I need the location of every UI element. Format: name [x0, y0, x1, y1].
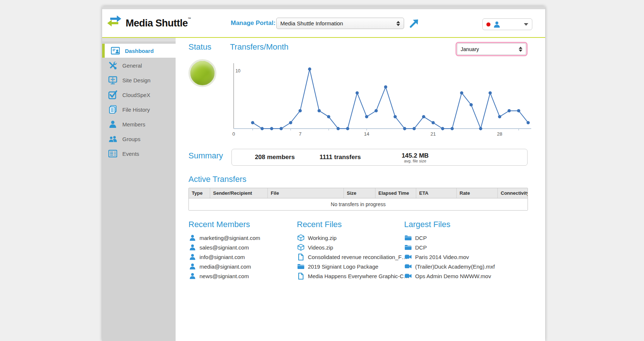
file-name: Paris 2014 Video.mov [415, 254, 469, 260]
sidebar-item-events[interactable]: Events [102, 147, 176, 161]
transfers-chart-title: Transfers/Month [230, 42, 288, 52]
recent-members-title: Recent Members [188, 220, 293, 229]
column-header-connectivity: Connectivity [498, 188, 528, 198]
file-list-item[interactable]: Consolidated revenue reconciliation_F… [297, 252, 402, 262]
member-list-item[interactable]: media@signiant.com [188, 262, 293, 271]
user-menu[interactable] [482, 18, 532, 30]
person-icon [108, 120, 117, 129]
member-person-icon [188, 234, 196, 241]
active-transfers-title: Active Transfers [188, 175, 247, 184]
sidebar-item-groups[interactable]: Groups [102, 132, 176, 146]
checkbox-check-icon [108, 90, 117, 99]
tools-icon [108, 61, 117, 70]
svg-text:14: 14 [364, 131, 369, 136]
member-person-icon [188, 253, 196, 261]
file-name: DCP [415, 244, 427, 251]
transfers-line-chart: 0714212810 [231, 60, 533, 136]
column-header-elapsed-time: Elapsed Time [375, 188, 416, 198]
sidebar-item-label: CloudSpeX [122, 92, 150, 98]
app-window: Media Shuttle™ Manage Portal: Media Shut… [102, 6, 545, 341]
sidebar-item-site-design[interactable]: Site Design [102, 73, 176, 87]
sidebar-item-label: File History [122, 107, 150, 113]
sidebar-item-label: General [122, 62, 142, 69]
main-content: Status Transfers/Month January 071421281… [176, 38, 545, 341]
file-list-item[interactable]: Paris 2014 Video.mov [404, 252, 514, 262]
sidebar-item-label: Members [122, 121, 145, 128]
sidebar-item-label: Site Design [122, 77, 151, 83]
media-shuttle-logo: Media Shuttle™ [107, 15, 191, 29]
file-list-item[interactable]: Media Happens Everywhere Graphic-C… [297, 271, 402, 281]
folder-icon [297, 263, 305, 270]
brand-name-text: Media Shuttle [126, 18, 188, 29]
member-list-item[interactable]: news@signiant.com [188, 271, 293, 281]
recent-files-list: Working.zip Videos.zip Consolidated reve… [297, 233, 402, 281]
summary-avg-value: 145.2 MB [402, 152, 429, 159]
largest-files-section: Largest Files DCP DCP Paris 2014 Video.m… [404, 220, 514, 281]
window-top-strip [102, 6, 545, 9]
file-list-item[interactable]: Videos.zip [297, 243, 402, 252]
event-list-icon [108, 149, 117, 158]
member-email: marketing@signiant.com [199, 235, 260, 241]
sidebar-item-label: Events [122, 151, 139, 157]
file-name: Ops Admin Demo NWWW.mov [415, 273, 491, 279]
sidebar-item-general[interactable]: General [102, 58, 176, 72]
largest-files-list: DCP DCP Paris 2014 Video.mov (Trailer)Du… [404, 233, 514, 281]
file-list-item[interactable]: Ops Admin Demo NWWW.mov [404, 271, 514, 281]
file-list-item[interactable]: Working.zip [297, 233, 402, 243]
documents-icon [108, 105, 117, 114]
svg-text:10: 10 [235, 68, 241, 73]
column-header-sender-recipient: Sender/Recipient [210, 188, 268, 198]
svg-text:28: 28 [497, 131, 502, 136]
column-header-file: File [268, 188, 344, 198]
member-person-icon [188, 272, 196, 280]
file-name: 2019 Signiant Logo Package [308, 263, 378, 270]
column-header-rate: Rate [457, 188, 498, 198]
member-email: info@signiant.com [199, 254, 245, 260]
select-stepper-icon [519, 47, 522, 52]
summary-title: Summary [188, 151, 223, 161]
app-header: Media Shuttle™ Manage Portal: Media Shut… [102, 9, 545, 38]
open-portal-external-link-icon[interactable] [409, 19, 419, 28]
status-indicator-green [188, 59, 216, 87]
summary-box: 208 members 1111 transfers 145.2 MB avg.… [231, 149, 528, 166]
sidebar-item-label: Dashboard [125, 48, 154, 54]
brand-name: Media Shuttle™ [126, 18, 191, 29]
month-select[interactable]: January [457, 43, 526, 55]
video-camera-icon [404, 253, 412, 261]
column-header-size: Size [344, 188, 375, 198]
sidebar-item-dashboard[interactable]: Dashboard [102, 44, 176, 58]
summary-members: 208 members [242, 154, 307, 161]
svg-text:7: 7 [299, 131, 301, 136]
portal-select[interactable]: Media Shuttle Information [276, 18, 404, 29]
file-list-item[interactable]: DCP [404, 233, 514, 243]
member-list-item[interactable]: sales@signiant.com [188, 243, 293, 252]
recent-members-section: Recent Members marketing@signiant.com sa… [188, 220, 293, 281]
file-name: (Trailer)Duck Academy(Eng).mxf [415, 263, 495, 270]
sidebar-item-members[interactable]: Members [102, 117, 176, 131]
column-header-eta: ETA [416, 188, 457, 198]
people-icon [108, 134, 117, 143]
folder-icon [404, 244, 412, 251]
brand-trademark: ™ [188, 17, 191, 21]
sidebar-item-file-history[interactable]: File History [102, 103, 176, 116]
file-list-item[interactable]: DCP [404, 243, 514, 252]
archive-package-icon [297, 234, 305, 241]
select-stepper-icon [396, 21, 400, 26]
chevron-down-icon [524, 23, 528, 26]
archive-package-icon [297, 244, 305, 251]
swap-arrows-icon [107, 15, 122, 27]
monitor-icon [108, 76, 117, 85]
largest-files-title: Largest Files [404, 220, 514, 229]
file-name: DCP [415, 235, 427, 241]
member-list-item[interactable]: marketing@signiant.com [188, 233, 293, 243]
summary-avg-size: 145.2 MB avg. file size [373, 151, 457, 163]
sidebar-item-cloudspex[interactable]: CloudSpeX [102, 88, 176, 102]
manage-portal-label: Manage Portal: [231, 19, 276, 27]
video-camera-icon [404, 263, 412, 270]
file-list-item[interactable]: 2019 Signiant Logo Package [297, 262, 402, 271]
document-icon [297, 272, 305, 280]
file-list-item[interactable]: (Trailer)Duck Academy(Eng).mxf [404, 262, 514, 271]
member-email: news@signiant.com [199, 273, 249, 279]
month-select-value: January [461, 46, 519, 52]
member-list-item[interactable]: info@signiant.com [188, 252, 293, 262]
